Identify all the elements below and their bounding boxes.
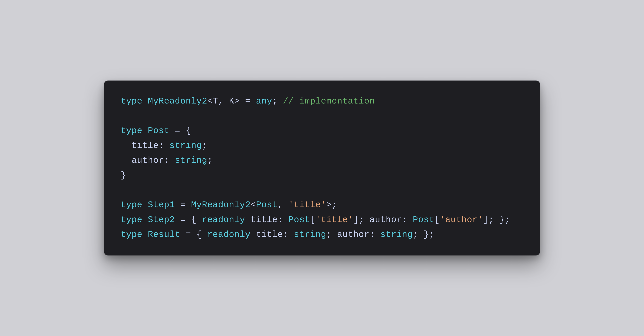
code-token: : [164,156,175,166]
code-line: author: string; [121,153,523,168]
code-token: string [380,230,413,240]
code-token: ; [272,96,283,106]
code-token: ]; }; [483,215,510,225]
code-line-empty [121,183,523,198]
code-token: type [121,200,148,210]
code-token: type [121,126,148,136]
code-line: type Step2 = { readonly title: Post['tit… [121,212,523,227]
code-line: title: string; [121,138,523,153]
code-token: MyReadonly2 [148,96,207,106]
code-token: type [121,96,148,106]
code-token: // implementation [283,96,375,106]
code-line: type MyReadonly2<T, K> = any; // impleme… [121,94,523,109]
code-token: MyReadonly2 [191,200,250,210]
code-token: type [121,215,148,225]
code-token: author [370,215,402,225]
code-token: < [250,200,256,210]
code-line: type Post = { [121,124,523,138]
code-block: type MyReadonly2<T, K> = any; // impleme… [121,94,523,242]
code-token: ; [207,156,213,166]
code-token: author [121,156,164,166]
code-token: string [175,156,207,166]
code-token: >; [326,200,337,210]
code-token: ]; [353,215,370,225]
code-token: type [121,230,148,240]
code-line: } [121,168,523,183]
code-token: 'title' [316,215,353,225]
code-token: : [283,230,294,240]
code-token: = { [170,126,191,136]
code-token: : [370,230,380,240]
code-token: : [278,215,288,225]
code-token: readonly [202,215,250,225]
code-token: 'title' [288,200,326,210]
code-token: string [294,230,326,240]
code-token: : [159,141,170,151]
code-token: [ [310,215,316,225]
code-token: title [256,230,283,240]
code-token: K [229,96,234,106]
code-token: Step2 [148,215,175,225]
code-token: 'author' [440,215,483,225]
code-token: < [207,96,213,106]
code-token: , [218,96,229,106]
code-token: = { [180,230,207,240]
code-line: type Step1 = MyReadonly2<Post, 'title'>; [121,198,523,212]
code-token: Result [148,230,180,240]
code-line: type Result = { readonly title: string; … [121,227,523,242]
code-token: [ [434,215,440,225]
code-token: ; [326,230,337,240]
code-token: Step1 [148,200,175,210]
code-token: Post [413,215,434,225]
code-token: Post [256,200,278,210]
code-line-empty [121,109,523,124]
code-token: title [250,215,278,225]
code-token: string [170,141,202,151]
code-card: type MyReadonly2<T, K> = any; // impleme… [104,80,540,256]
code-token: Post [288,215,310,225]
code-token: Post [148,126,170,136]
code-token: any [256,96,272,106]
code-token: title [121,141,159,151]
code-token: = { [175,215,202,225]
code-token: ; }; [413,230,434,240]
code-token: = [175,200,191,210]
code-token: > = [234,96,256,106]
code-token: ; [202,141,207,151]
code-token: : [402,215,413,225]
code-token: readonly [207,230,256,240]
code-token: } [121,170,126,180]
code-token: , [278,200,288,210]
code-token: T [213,96,218,106]
code-token: author [337,230,370,240]
